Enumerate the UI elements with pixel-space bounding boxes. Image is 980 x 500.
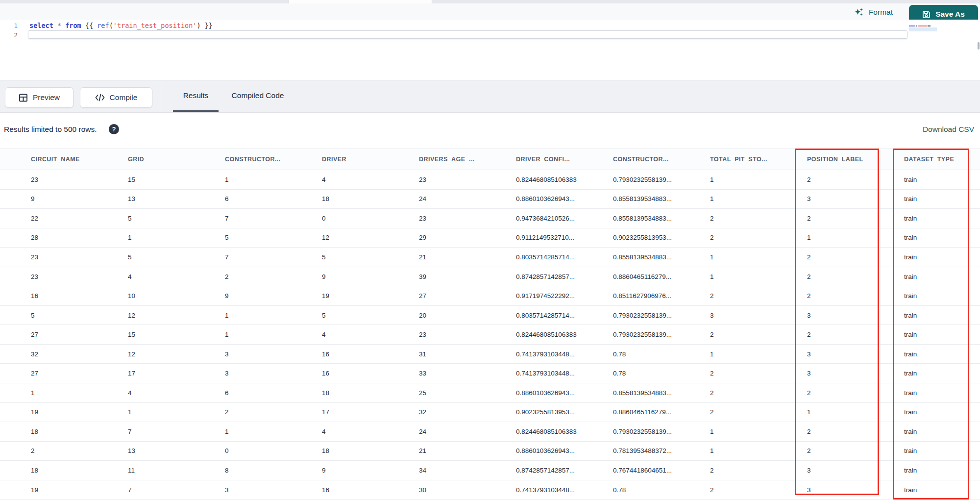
table-cell: 21 bbox=[412, 248, 509, 267]
compile-button[interactable]: Compile bbox=[80, 87, 152, 108]
table-cell: 1 bbox=[800, 228, 897, 248]
line-number-1: 1 bbox=[6, 21, 18, 30]
table-cell: 0.8558139534883... bbox=[606, 190, 703, 209]
table-cell: 10 bbox=[121, 286, 218, 305]
table-cell: 0.8860103626943... bbox=[509, 383, 606, 402]
code-brackets-icon bbox=[95, 94, 105, 101]
table-cell: 3 bbox=[800, 480, 897, 500]
tab-compiled-code[interactable]: Compiled Code bbox=[228, 80, 288, 111]
column-header[interactable]: DRIVER bbox=[315, 149, 412, 170]
table-cell: 23 bbox=[24, 267, 121, 286]
table-cell: train bbox=[897, 383, 980, 402]
table-cell: 2 bbox=[218, 267, 315, 286]
table-grid-icon bbox=[19, 93, 28, 102]
table-row: 3212316310.7413793103448...0.7813train bbox=[0, 345, 980, 364]
table-cell: 5 bbox=[24, 306, 121, 325]
editor-minimap[interactable] bbox=[909, 25, 937, 31]
editor-active-line[interactable] bbox=[28, 30, 907, 39]
table-cell: 0.78 bbox=[606, 480, 703, 500]
table-cell: 0.8558139534883... bbox=[606, 248, 703, 267]
table-cell: 7 bbox=[121, 480, 218, 500]
table-cell: 2 bbox=[800, 442, 897, 461]
table-cell: 3 bbox=[703, 306, 800, 325]
table-cell: train bbox=[897, 422, 980, 441]
format-button[interactable]: Format bbox=[854, 5, 893, 19]
column-header[interactable]: DATASET_TYPE bbox=[897, 149, 980, 170]
code-token-plain: ( bbox=[109, 22, 113, 29]
help-icon[interactable]: ? bbox=[109, 124, 119, 134]
table-cell: train bbox=[897, 248, 980, 267]
table-cell: 0.8860103626943... bbox=[509, 190, 606, 209]
code-token-function: ref bbox=[97, 22, 109, 29]
table-cell: train bbox=[897, 345, 980, 364]
table-cell: 0.8860465116279... bbox=[606, 267, 703, 286]
table-cell: 9 bbox=[315, 461, 412, 480]
table-cell: 33 bbox=[412, 364, 509, 383]
code-token-plain bbox=[61, 22, 65, 29]
table-cell: 6 bbox=[218, 383, 315, 402]
table-cell: 13 bbox=[121, 190, 218, 209]
table-cell: 11 bbox=[121, 461, 218, 480]
table-cell: 0.8558139534883... bbox=[606, 383, 703, 402]
table-cell: 0.7813953488372... bbox=[606, 442, 703, 461]
table-cell: 1 bbox=[703, 248, 800, 267]
table-cell: 16 bbox=[24, 286, 121, 305]
table-cell: train bbox=[897, 170, 980, 189]
table-cell: 12 bbox=[315, 228, 412, 248]
table-cell: 2 bbox=[703, 209, 800, 228]
code-token-plain: }} bbox=[201, 22, 213, 29]
table-cell: 6 bbox=[218, 190, 315, 209]
preview-button[interactable]: Preview bbox=[5, 87, 74, 108]
table-cell: 4 bbox=[121, 383, 218, 402]
table-cell: 23 bbox=[24, 170, 121, 189]
code-line-1[interactable]: select * from {{ ref('train_test_positio… bbox=[29, 21, 213, 30]
table-cell: train bbox=[897, 403, 980, 422]
table-cell: 16 bbox=[315, 345, 412, 364]
table-cell: 5 bbox=[121, 209, 218, 228]
table-cell: 1 bbox=[121, 228, 218, 248]
code-editor[interactable]: 1 2 select * from {{ ref('train_test_pos… bbox=[0, 20, 980, 80]
table-cell: train bbox=[897, 364, 980, 383]
table-row: 231514230.8244680851063830.7930232558139… bbox=[0, 170, 980, 190]
table-cell: 2 bbox=[703, 228, 800, 248]
column-header[interactable]: TOTAL_PIT_STO... bbox=[703, 149, 800, 170]
table-cell: 27 bbox=[24, 325, 121, 344]
sparkles-icon bbox=[854, 7, 864, 17]
table-cell: 0.7413793103448... bbox=[509, 480, 606, 500]
table-cell: 5 bbox=[315, 306, 412, 325]
active-file-tab[interactable] bbox=[289, 0, 432, 3]
table-cell: 0.8558139534883... bbox=[606, 209, 703, 228]
table-row: 281512290.9112149532710...0.902325581395… bbox=[0, 228, 980, 248]
table-row: 181189340.8742857142857...0.767441860465… bbox=[0, 461, 980, 480]
table-cell: 0.824468085106383 bbox=[509, 170, 606, 189]
editor-scrollbar[interactable] bbox=[978, 42, 980, 50]
column-header[interactable]: CIRCUIT_NAME bbox=[24, 149, 121, 170]
download-csv-link[interactable]: Download CSV bbox=[923, 125, 974, 134]
table-cell: 0.9023255813953... bbox=[509, 403, 606, 422]
column-header[interactable]: CONSTRUCTOR... bbox=[606, 149, 703, 170]
table-cell: train bbox=[897, 306, 980, 325]
column-header[interactable]: CONSTRUCTOR... bbox=[218, 149, 315, 170]
table-cell: train bbox=[897, 286, 980, 305]
code-token-plain: ) bbox=[196, 22, 200, 29]
table-cell: 39 bbox=[412, 267, 509, 286]
tab-results[interactable]: Results bbox=[173, 80, 219, 111]
table-cell: 13 bbox=[121, 442, 218, 461]
column-header[interactable]: POSITION_LABEL bbox=[800, 149, 897, 170]
table-cell: 1 bbox=[703, 190, 800, 209]
column-header[interactable]: DRIVER_CONFI... bbox=[509, 149, 606, 170]
table-cell: 0.824468085106383 bbox=[509, 325, 606, 344]
table-row: 18714240.8244680851063830.7930232558139.… bbox=[0, 422, 980, 442]
divider bbox=[161, 80, 161, 112]
column-header[interactable]: DRIVERS_AGE_... bbox=[412, 149, 509, 170]
table-cell: 1 bbox=[703, 345, 800, 364]
table-cell: train bbox=[897, 190, 980, 209]
table-cell: 0.9023255813953... bbox=[606, 228, 703, 248]
table-cell: 1 bbox=[218, 325, 315, 344]
table-cell: 0.9473684210526... bbox=[509, 209, 606, 228]
code-token-string: 'train_test_position' bbox=[113, 22, 197, 29]
table-cell: 2 bbox=[703, 461, 800, 480]
table-cell: train bbox=[897, 228, 980, 248]
table-cell: 16 bbox=[315, 480, 412, 500]
column-header[interactable]: GRID bbox=[121, 149, 218, 170]
